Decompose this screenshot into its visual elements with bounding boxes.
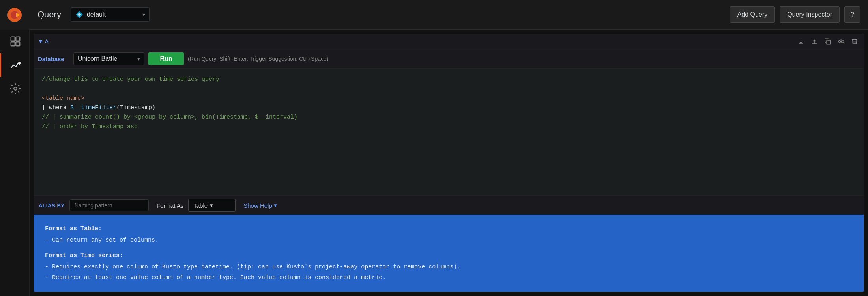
- duplicate-icon-button[interactable]: [823, 36, 833, 47]
- svg-rect-5: [11, 42, 15, 46]
- duplicate-icon: [824, 38, 831, 45]
- help-line-2: - Can return any set of columns.: [45, 235, 853, 246]
- code-line-1: //change this to create your own time se…: [42, 75, 856, 84]
- collapse-icon: ▼: [38, 38, 43, 45]
- alias-label: ALIAS BY: [39, 203, 65, 209]
- trash-icon-button[interactable]: [849, 36, 860, 47]
- code-line-4: | where $__timeFilter(Timestamp): [42, 103, 856, 113]
- upload-icon: [811, 38, 818, 45]
- run-hint: (Run Query: Shift+Enter, Trigger Suggest…: [188, 52, 328, 65]
- show-help-button[interactable]: Show Help ▾: [240, 199, 280, 211]
- run-button[interactable]: Run: [148, 52, 184, 65]
- code-tag: <table name>: [42, 95, 84, 102]
- help-line-1: Format as Table:: [45, 223, 853, 234]
- query-panel: ▼ A: [34, 34, 864, 292]
- format-select[interactable]: Table ▾: [188, 199, 236, 212]
- sidebar-item-dashboard[interactable]: [0, 30, 30, 53]
- svg-point-7: [19, 62, 21, 64]
- sidebar: [0, 0, 30, 296]
- settings-icon: [9, 83, 21, 95]
- query-inspector-button[interactable]: Query Inspector: [780, 6, 840, 23]
- svg-rect-6: [16, 42, 20, 46]
- code-line-5: // | summarize count() by <group by colu…: [42, 113, 856, 122]
- panel-header: ▼ A: [34, 34, 864, 49]
- datasource-name: default: [87, 11, 139, 18]
- chart-icon: [9, 59, 21, 71]
- main-content: Query default ▾ Add Query Query Inspecto…: [30, 0, 868, 296]
- azure-icon: [75, 10, 84, 19]
- help-line-5: - Requires exactly one column of Kusto t…: [45, 262, 853, 272]
- database-label: Database: [38, 52, 69, 65]
- svg-rect-13: [827, 40, 831, 44]
- svg-point-8: [14, 87, 17, 90]
- code-editor[interactable]: //change this to create your own time se…: [34, 69, 864, 195]
- query-editor-row: Database Unicorn Battle ▾ Run (Run Query…: [34, 49, 864, 69]
- show-help-label: Show Help: [243, 202, 272, 209]
- chevron-down-icon: ▾: [142, 11, 145, 18]
- format-value: Table: [193, 202, 208, 209]
- svg-point-15: [840, 41, 842, 42]
- sidebar-logo: [0, 0, 30, 30]
- show-help-chevron-icon: ▾: [274, 202, 277, 209]
- database-name: Unicorn Battle: [78, 55, 134, 62]
- help-line-4: Format as Time series:: [45, 250, 853, 261]
- dashboard-icon: [9, 35, 21, 47]
- code-line-6: // | order by Timestamp asc: [42, 122, 856, 132]
- add-query-button[interactable]: Add Query: [730, 6, 775, 23]
- database-chevron-icon: ▾: [137, 56, 140, 62]
- page-title: Query: [37, 9, 61, 20]
- trash-icon: [851, 38, 858, 45]
- eye-icon-button[interactable]: [836, 36, 846, 47]
- help-line-6: - Requires at least one value column of …: [45, 272, 853, 283]
- format-as-label: Format As: [157, 202, 183, 209]
- code-line-2: [42, 84, 856, 94]
- code-line-3: <table name>: [42, 94, 856, 103]
- panel-actions: [796, 36, 860, 47]
- help-button[interactable]: ?: [844, 6, 860, 23]
- alias-input[interactable]: [69, 199, 149, 211]
- logo-icon: [7, 7, 22, 23]
- bottom-toolbar: ALIAS BY Format As Table ▾ Show Help ▾: [34, 195, 864, 215]
- topbar: Query default ▾ Add Query Query Inspecto…: [30, 0, 868, 30]
- svg-rect-3: [11, 37, 15, 41]
- download-icon-button[interactable]: [796, 36, 806, 47]
- sidebar-item-explore[interactable]: [0, 53, 30, 77]
- svg-rect-4: [16, 37, 20, 41]
- database-selector[interactable]: Unicorn Battle ▾: [73, 52, 144, 65]
- download-icon: [797, 38, 804, 45]
- eye-icon: [838, 38, 845, 45]
- collapse-button[interactable]: ▼ A: [38, 38, 49, 45]
- sidebar-item-settings[interactable]: [0, 77, 30, 101]
- upload-icon-button[interactable]: [809, 36, 819, 47]
- panel-label: A: [45, 38, 49, 45]
- format-chevron-icon: ▾: [210, 202, 213, 209]
- datasource-selector[interactable]: default ▾: [71, 7, 150, 22]
- help-box: Format as Table: - Can return any set of…: [34, 215, 864, 292]
